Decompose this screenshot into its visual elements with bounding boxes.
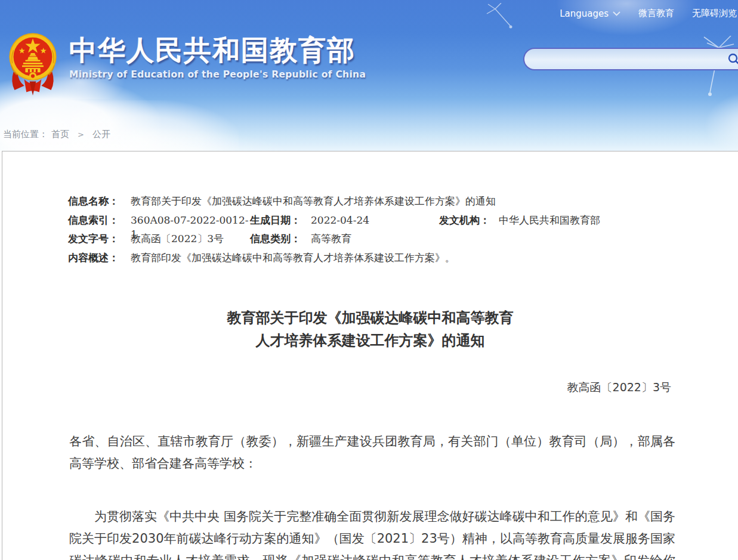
cloud-decoration xyxy=(72,100,239,151)
breadcrumb-section-link[interactable]: 公开 xyxy=(92,129,110,140)
meta-row-name: 信息名称： 教育部关于印发《加强碳达峰碳中和高等教育人才培养体系建设工作方案》的… xyxy=(68,194,738,213)
dandelion-seed-decoration xyxy=(483,3,531,48)
breadcrumb-prefix: 当前位置： xyxy=(3,129,48,140)
site-subtitle: Ministry of Education of the People's Re… xyxy=(69,69,366,80)
meta-agency-value: 中华人民共和国教育部 xyxy=(499,213,600,227)
accessibility-link[interactable]: 无障碍浏览 xyxy=(692,8,737,19)
article-title-line1: 教育部关于印发《加强碳达峰碳中和高等教育 xyxy=(2,307,738,329)
document-panel: 信息名称： 教育部关于印发《加强碳达峰碳中和高等教育人才培养体系建设工作方案》的… xyxy=(2,151,738,560)
topbar: Languages 微言教育 无障碍浏览 xyxy=(560,8,737,19)
search-icon xyxy=(727,52,738,66)
search-button[interactable] xyxy=(726,51,738,67)
meta-category-value: 高等教育 xyxy=(311,231,351,246)
article-paragraph: 为贯彻落实《中共中央 国务院关于完整准确全面贯彻新发展理念做好碳达峰碳中和工作的… xyxy=(69,506,675,560)
meta-name-value: 教育部关于印发《加强碳达峰碳中和高等教育人才培养体系建设工作方案》的通知 xyxy=(131,194,496,208)
meta-date-value: 2022-04-24 xyxy=(311,213,439,227)
meta-name-label: 信息名称： xyxy=(68,194,131,208)
meta-row-summary: 内容概述： 教育部印发《加强碳达峰碳中和高等教育人才培养体系建设工作方案》。 xyxy=(68,250,738,270)
meta-agency-label: 发文机构： xyxy=(439,213,499,227)
search-input[interactable] xyxy=(535,50,726,68)
meta-category-label: 信息类别： xyxy=(250,231,311,246)
weiyan-education-link[interactable]: 微言教育 xyxy=(638,8,674,19)
article-paragraph: 各省、自治区、直辖市教育厅（教委），新疆生产建设兵团教育局，有关部门（单位）教育… xyxy=(69,431,675,475)
meta-summary-label: 内容概述： xyxy=(68,250,131,265)
article-title-line2: 人才培养体系建设工作方案》的通知 xyxy=(2,329,738,352)
brand-text: 中华人民共和国教育部 Ministry of Education of the … xyxy=(69,35,366,80)
meta-row-docnum: 发文字号： 教高函〔2022〕3号 信息类别： 高等教育 xyxy=(68,231,738,250)
article-doc-number: 教高函〔2022〕3号 xyxy=(2,380,738,395)
accessibility-label: 无障碍浏览 xyxy=(692,8,737,19)
site-header: Languages 微言教育 无障碍浏览 xyxy=(0,0,738,151)
article-title: 教育部关于印发《加强碳达峰碳中和高等教育 人才培养体系建设工作方案》的通知 xyxy=(2,307,738,352)
national-emblem-icon xyxy=(6,30,60,97)
breadcrumb-home-link[interactable]: 首页 xyxy=(51,129,69,140)
search-bar xyxy=(523,48,738,70)
languages-label: Languages xyxy=(560,8,609,19)
meta-summary-value: 教育部印发《加强碳达峰碳中和高等教育人才培养体系建设工作方案》。 xyxy=(131,250,455,265)
site-title: 中华人民共和国教育部 xyxy=(69,35,366,66)
meta-docnum-value: 教高函〔2022〕3号 xyxy=(131,231,250,246)
meta-docnum-label: 发文字号： xyxy=(68,231,131,246)
weiyan-label: 微言教育 xyxy=(638,8,674,19)
chevron-down-icon xyxy=(613,11,620,16)
breadcrumb-separator: > xyxy=(73,130,89,139)
meta-index-label: 信息索引： xyxy=(68,213,131,227)
languages-menu[interactable]: Languages xyxy=(560,8,620,19)
meta-date-label: 生成日期： xyxy=(250,213,311,227)
document-meta: 信息名称： 教育部关于印发《加强碳达峰碳中和高等教育人才培养体系建设工作方案》的… xyxy=(68,151,738,269)
meta-row-index: 信息索引： 360A08-07-2022-0012-1 生成日期： 2022-0… xyxy=(68,213,738,232)
site-brand-link[interactable]: 中华人民共和国教育部 Ministry of Education of the … xyxy=(6,30,366,97)
breadcrumb: 当前位置： 首页 > 公开 xyxy=(3,129,110,140)
